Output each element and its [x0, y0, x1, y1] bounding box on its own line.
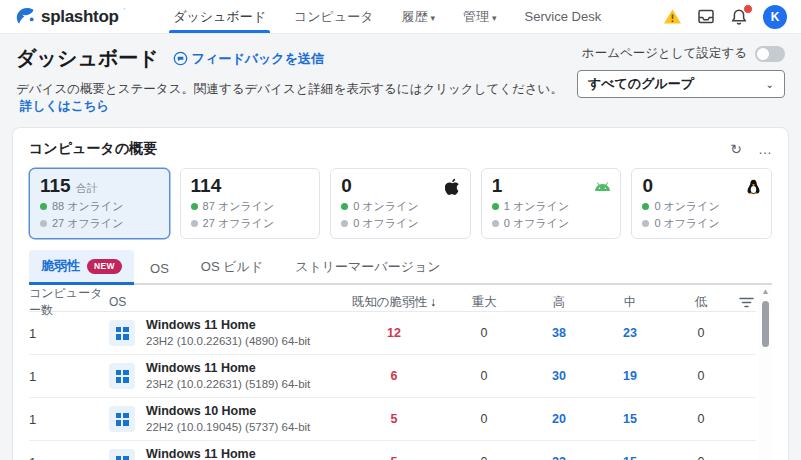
nav-right-icons: K [663, 0, 787, 33]
homepage-toggle-label: ホームページとして設定する [582, 45, 747, 62]
offline-dot [341, 220, 348, 227]
low-count: 0 [666, 455, 736, 460]
refresh-icon[interactable]: ↻ [730, 141, 742, 157]
online-dot [492, 203, 499, 210]
chevron-down-icon: ⌄ [766, 79, 774, 90]
android-icon [594, 178, 611, 195]
online-dot [40, 203, 47, 210]
critical-count: 0 [444, 412, 524, 426]
page-description: デバイスの概要とステータス。関連するデバイスと詳細を表示するにはクリックしてくだ… [16, 81, 577, 115]
brand-name: splashtop [41, 7, 119, 27]
high-count[interactable]: 38 [524, 326, 594, 340]
col-low[interactable]: 低 [666, 294, 736, 311]
brand-trademark: ' [124, 6, 126, 15]
stats-row: 115 合計 88 オンライン 27 オフライン 114 87 オンライン 27… [29, 168, 772, 239]
stat-card-android[interactable]: 1 1 オンライン 0 オフライン [481, 168, 622, 239]
sort-desc-icon: ↓ [430, 295, 436, 309]
header-right: ホームページとして設定する すべてのグループ ⌄ [577, 45, 785, 115]
high-count[interactable]: 30 [524, 369, 594, 383]
splashtop-logo-icon [14, 6, 36, 28]
tab-vulnerability[interactable]: 脆弱性 NEW [29, 250, 134, 285]
filter-icon[interactable] [739, 297, 756, 308]
windows-icon [109, 406, 135, 432]
brand-logo[interactable]: splashtop ' [14, 0, 125, 33]
inbox-icon[interactable] [697, 8, 715, 25]
windows-icon [109, 363, 135, 389]
medium-count[interactable]: 15 [594, 455, 666, 460]
caret-down-icon: ▾ [492, 13, 497, 23]
nav-item-service-desk[interactable]: Service Desk [511, 0, 616, 33]
tab-streamer-version[interactable]: ストリーマーバージョン [279, 251, 456, 283]
vuln-count[interactable]: 6 [344, 369, 444, 383]
stat-card-total[interactable]: 115 合計 88 オンライン 27 オフライン [29, 168, 170, 239]
nav-item-management[interactable]: 管理 ▾ [449, 0, 511, 33]
col-os[interactable]: OS [109, 295, 344, 309]
windows-icon [295, 178, 310, 193]
group-select-value: すべてのグループ [588, 75, 694, 93]
table-row[interactable]: 1 Windows 11 Home 23H2 (10.0.22631) (489… [29, 312, 756, 355]
nav-menu: ダッシュボード コンピュータ 履歴 ▾ 管理 ▾ Service Desk [159, 0, 615, 33]
vuln-count[interactable]: 5 [344, 412, 444, 426]
high-count[interactable]: 23 [524, 455, 594, 460]
top-navbar: splashtop ' ダッシュボード コンピュータ 履歴 ▾ 管理 ▾ Ser… [0, 0, 801, 34]
table-row[interactable]: 1 Windows 11 Home 24H2 (10.0.26100) (391… [29, 441, 756, 460]
learn-more-link[interactable]: 詳しくはこちら [20, 99, 109, 113]
overview-title: コンピュータの概要 [29, 140, 157, 158]
notification-badge [743, 4, 753, 14]
medium-count[interactable]: 23 [594, 326, 666, 340]
online-dot [341, 203, 348, 210]
scroll-up-icon[interactable]: ▲ [759, 287, 772, 296]
new-badge: NEW [87, 259, 122, 274]
linux-icon [745, 178, 762, 195]
medium-count[interactable]: 19 [594, 369, 666, 383]
critical-count: 0 [444, 369, 524, 383]
vuln-count[interactable]: 5 [344, 455, 444, 460]
offline-dot [642, 220, 649, 227]
medium-count[interactable]: 15 [594, 412, 666, 426]
nav-item-dashboard[interactable]: ダッシュボード [159, 0, 280, 33]
stat-card-linux[interactable]: 0 0 オンライン 0 オフライン [631, 168, 772, 239]
low-count: 0 [666, 412, 736, 426]
send-feedback-link[interactable]: フィードバックを送信 [173, 50, 324, 68]
table-row[interactable]: 1 Windows 11 Home 23H2 (10.0.22631) (518… [29, 355, 756, 398]
table-scrollbar[interactable]: ▲ ▼ [759, 285, 772, 460]
vuln-count[interactable]: 12 [344, 326, 444, 340]
offline-dot [492, 220, 499, 227]
col-critical[interactable]: 重大 [444, 294, 524, 311]
feedback-icon [173, 51, 188, 66]
nav-item-logs[interactable]: 履歴 ▾ [387, 0, 449, 33]
col-computer-count[interactable]: コンピューター数 [29, 285, 109, 319]
col-known-vulnerabilities[interactable]: 既知の脆弱性 ↓ [344, 294, 444, 311]
report-tabs: 脆弱性 NEW OS OS ビルド ストリーマーバージョン [29, 252, 772, 285]
page-title: ダッシュボード [16, 45, 159, 72]
vulnerability-table: コンピューター数 OS 既知の脆弱性 ↓ 重大 高 中 低 1 [29, 285, 772, 460]
stat-card-windows[interactable]: 114 87 オンライン 27 オフライン [180, 168, 321, 239]
col-medium[interactable]: 中 [594, 294, 666, 311]
critical-count: 0 [444, 455, 524, 460]
low-count: 0 [666, 369, 736, 383]
notifications-bell-icon[interactable] [730, 8, 748, 26]
stat-card-mac[interactable]: 0 0 オンライン 0 オフライン [330, 168, 471, 239]
header-left: ダッシュボード フィードバックを送信 デバイスの概要とステータス。関連するデバイ… [16, 45, 577, 115]
offline-dot [191, 220, 198, 227]
offline-dot [40, 220, 47, 227]
low-count: 0 [666, 326, 736, 340]
user-avatar[interactable]: K [763, 5, 787, 29]
critical-count: 0 [444, 326, 524, 340]
windows-icon [109, 320, 135, 346]
caret-down-icon: ▾ [430, 13, 435, 23]
table-header-row: コンピューター数 OS 既知の脆弱性 ↓ 重大 高 中 低 [29, 285, 756, 312]
computers-overview-card: コンピュータの概要 ↻ … 115 合計 88 オンライン 27 オフライン 1… [12, 127, 789, 460]
tab-os[interactable]: OS [134, 254, 185, 283]
table-row[interactable]: 1 Windows 10 Home 22H2 (10.0.19045) (573… [29, 398, 756, 441]
warning-icon[interactable] [663, 8, 682, 25]
col-high[interactable]: 高 [524, 294, 594, 311]
homepage-toggle[interactable] [755, 46, 785, 62]
high-count[interactable]: 20 [524, 412, 594, 426]
scrollbar-thumb[interactable] [762, 301, 769, 347]
dashboard-page: splashtop ' ダッシュボード コンピュータ 履歴 ▾ 管理 ▾ Ser… [0, 0, 801, 460]
more-options-icon[interactable]: … [758, 141, 772, 157]
group-select-dropdown[interactable]: すべてのグループ ⌄ [577, 70, 785, 98]
nav-item-computers[interactable]: コンピュータ [280, 0, 388, 33]
tab-os-build[interactable]: OS ビルド [185, 251, 279, 283]
